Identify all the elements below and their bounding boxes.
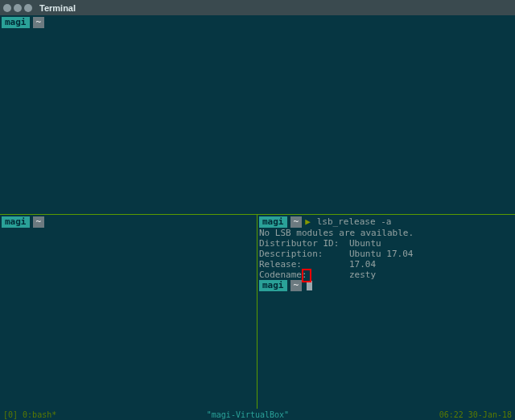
output-no-modules: No LSB modules are available. (259, 228, 515, 238)
tmux-status-bar: [0] 0:bash* "magi-VirtualBox" 06:22 30-J… (0, 409, 515, 420)
output-val: 17.04 (349, 259, 376, 270)
status-left: [0] 0:bash* (3, 410, 56, 419)
window-title: Terminal (39, 3, 76, 13)
output-key: Codename: (259, 270, 349, 280)
prompt-dir: ~ (33, 216, 45, 228)
tmux-pane-bottom-left[interactable]: magi ~ (0, 215, 258, 409)
prompt-line: magi ~ (2, 216, 257, 228)
command-text: lsb_release -a (317, 216, 392, 228)
cursor-icon (307, 281, 312, 290)
prompt-user: magi (2, 17, 30, 28)
prompt-user: magi (259, 216, 287, 228)
prompt-line: magi ~ ▶ lsb_release -a (259, 216, 515, 228)
output-key: Distributor ID: (259, 238, 349, 249)
output-key: Release: (259, 259, 349, 270)
output-row: Release: 17.04 (259, 259, 515, 270)
prompt-user: magi (2, 216, 30, 228)
prompt-dir: ~ (290, 280, 303, 291)
prompt-user: magi (259, 280, 287, 291)
minimize-icon[interactable] (14, 4, 22, 12)
prompt-line: magi ~ (259, 280, 515, 291)
output-row: Description: Ubuntu 17.04 (259, 249, 515, 259)
close-icon[interactable] (3, 4, 11, 12)
prompt-line: magi ~ (2, 17, 515, 28)
output-val: zesty (349, 270, 376, 280)
tmux-pane-top[interactable]: magi ~ (0, 15, 515, 215)
output-row: Distributor ID: Ubuntu (259, 238, 515, 249)
terminal-body[interactable]: magi ~ magi ~ magi ~ ▶ lsb_release -a No… (0, 15, 515, 420)
output-row: Codename: zesty (259, 270, 515, 280)
output-val: Ubuntu 17.04 (349, 249, 413, 259)
tmux-pane-bottom-right[interactable]: magi ~ ▶ lsb_release -a No LSB modules a… (258, 215, 515, 409)
output-key: Description: (259, 249, 349, 259)
status-middle: "magi-VirtualBox" (56, 410, 439, 419)
window-titlebar: Terminal (0, 0, 515, 15)
maximize-icon[interactable] (24, 4, 32, 12)
prompt-caret-icon: ▶ (305, 216, 311, 228)
status-right: 06:22 30-Jan-18 (439, 410, 512, 419)
prompt-dir: ~ (290, 216, 303, 228)
output-val: Ubuntu (349, 238, 381, 249)
prompt-dir: ~ (33, 17, 45, 28)
